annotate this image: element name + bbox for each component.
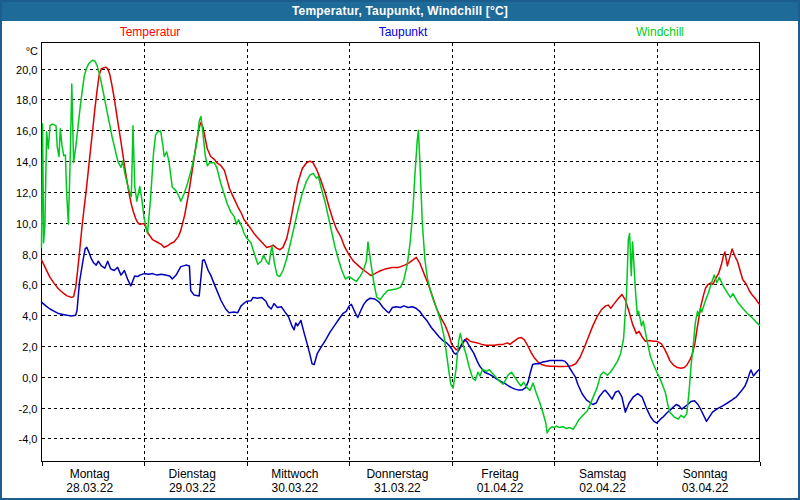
y-tick-label: 6,0 — [22, 279, 37, 291]
x-day-weekday-label: Freitag — [481, 467, 518, 481]
x-day-date-label: 31.03.22 — [374, 481, 421, 495]
series-line-taupunkt — [42, 247, 760, 423]
y-tick-label: 4,0 — [22, 310, 37, 322]
x-day-date-label: 29.03.22 — [169, 481, 216, 495]
chart-plot-area: 20,018,016,014,012,010,08,06,04,02,00,0-… — [2, 2, 798, 498]
x-day-date-label: 03.04.22 — [682, 481, 729, 495]
x-day-weekday-label: Mittwoch — [271, 467, 318, 481]
x-day-date-label: 02.04.22 — [579, 481, 626, 495]
y-tick-label: 0,0 — [22, 372, 37, 384]
y-tick-label: 10,0 — [16, 218, 37, 230]
x-day-date-label: 30.03.22 — [271, 481, 318, 495]
x-day-weekday-label: Sonntag — [683, 467, 728, 481]
plot-frame — [42, 43, 760, 462]
x-day-weekday-label: Donnerstag — [366, 467, 428, 481]
y-tick-label: 14,0 — [16, 156, 37, 168]
x-day-weekday-label: Samstag — [579, 467, 626, 481]
series-line-windchill — [42, 60, 760, 433]
y-tick-label: 16,0 — [16, 125, 37, 137]
y-tick-label: 20,0 — [16, 64, 37, 76]
y-tick-label: 8,0 — [22, 249, 37, 261]
y-tick-label: 12,0 — [16, 187, 37, 199]
x-day-date-label: 28.03.22 — [66, 481, 113, 495]
chart-window: Temperatur, Taupunkt, Windchill [°C] Tem… — [0, 0, 800, 500]
y-tick-label: 2,0 — [22, 341, 37, 353]
y-tick-label: -2,0 — [19, 403, 38, 415]
x-day-weekday-label: Montag — [70, 467, 110, 481]
x-day-date-label: 01.04.22 — [477, 481, 524, 495]
y-tick-label: 18,0 — [16, 94, 37, 106]
y-tick-label: -4,0 — [19, 433, 38, 445]
x-day-weekday-label: Dienstag — [169, 467, 216, 481]
